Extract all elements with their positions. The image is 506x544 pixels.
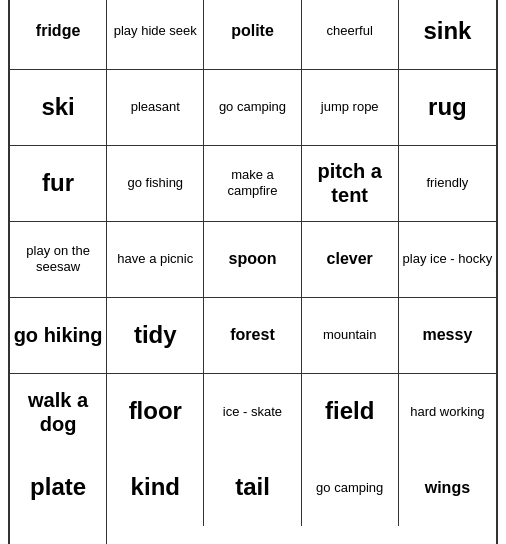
- bingo-cell: wings: [399, 450, 496, 526]
- bingo-cell: pitch a tent: [302, 146, 399, 222]
- cell-text: go hiking: [14, 323, 103, 347]
- cell-text: wings: [425, 478, 470, 497]
- cell-text: jump rope: [321, 99, 379, 115]
- cell-text: have a picnic: [117, 251, 193, 267]
- bingo-cell: floor: [107, 374, 204, 450]
- bingo-cell: sink: [399, 0, 496, 70]
- bingo-cell: spoon: [204, 222, 301, 298]
- bingo-cell: make a campfire: [204, 146, 301, 222]
- cell-text: make a campfire: [207, 167, 297, 198]
- bingo-cell: friendly: [399, 146, 496, 222]
- cell-text: forest: [230, 325, 274, 344]
- bingo-cell: pleasant: [107, 70, 204, 146]
- bingo-cell: walk a dog: [10, 374, 107, 450]
- bingo-cell: polite: [204, 0, 301, 70]
- cell-text: hard working: [410, 404, 484, 420]
- cell-text: kind: [131, 473, 180, 502]
- bingo-cell: hard working: [399, 374, 496, 450]
- bingo-cell: bowl: [10, 526, 107, 545]
- bingo-cell: go hiking: [10, 298, 107, 374]
- bingo-cell: ice - skate: [204, 374, 301, 450]
- cell-text: mountain: [323, 327, 376, 343]
- cell-text: ice - skate: [223, 404, 282, 420]
- cell-text: polite: [231, 21, 274, 40]
- cell-text: messy: [422, 325, 472, 344]
- cell-text: fridge: [36, 21, 80, 40]
- bingo-cell: go fishing: [107, 146, 204, 222]
- bingo-cell: go camping: [204, 70, 301, 146]
- bingo-cell: cheerful: [302, 0, 399, 70]
- cell-text: play hide seek: [114, 23, 197, 39]
- bingo-cell: play hide seek: [107, 0, 204, 70]
- cell-text: pitch a tent: [305, 159, 395, 207]
- bingo-cell: field: [302, 374, 399, 450]
- bingo-cell: plate: [10, 450, 107, 526]
- bingo-cell: jump rope: [302, 70, 399, 146]
- bingo-cell: mountain: [302, 298, 399, 374]
- cell-text: tidy: [134, 321, 177, 350]
- bingo-cell: tail: [204, 450, 301, 526]
- cell-text: fur: [42, 169, 74, 198]
- bingo-cell: go camping: [302, 450, 399, 526]
- bingo-cell: have a picnic: [107, 222, 204, 298]
- cell-text: clever: [327, 249, 373, 268]
- cell-text: walk a dog: [13, 388, 103, 436]
- bingo-card: BINGO fridgeplay hide seekpolitecheerful…: [8, 0, 498, 544]
- cell-text: field: [325, 397, 374, 426]
- cell-text: ski: [41, 93, 74, 122]
- bingo-cell: fridge: [10, 0, 107, 70]
- bingo-cell: play on the seesaw: [10, 222, 107, 298]
- bingo-cell: kind: [107, 450, 204, 526]
- cell-text: go camping: [316, 480, 383, 496]
- cell-text: go fishing: [127, 175, 183, 191]
- bingo-cell: rug: [399, 70, 496, 146]
- cell-text: sink: [423, 17, 471, 46]
- bingo-cell: fur: [10, 146, 107, 222]
- cell-text: spoon: [228, 249, 276, 268]
- cell-text: play ice - hocky: [403, 251, 493, 267]
- cell-text: friendly: [426, 175, 468, 191]
- cell-text: tail: [235, 473, 270, 502]
- bingo-cell: messy: [399, 298, 496, 374]
- cell-text: play on the seesaw: [13, 243, 103, 274]
- bingo-grid: fridgeplay hide seekpolitecheerfulsinksk…: [10, 0, 496, 544]
- bingo-cell: forest: [204, 298, 301, 374]
- cell-text: plate: [30, 473, 86, 502]
- bingo-cell: tidy: [107, 298, 204, 374]
- cell-text: rug: [428, 93, 467, 122]
- cell-text: floor: [129, 397, 182, 426]
- cell-text: go camping: [219, 99, 286, 115]
- bingo-cell: clever: [302, 222, 399, 298]
- bingo-cell: ski: [10, 70, 107, 146]
- cell-text: pleasant: [131, 99, 180, 115]
- bingo-cell: play ice - hocky: [399, 222, 496, 298]
- cell-text: cheerful: [327, 23, 373, 39]
